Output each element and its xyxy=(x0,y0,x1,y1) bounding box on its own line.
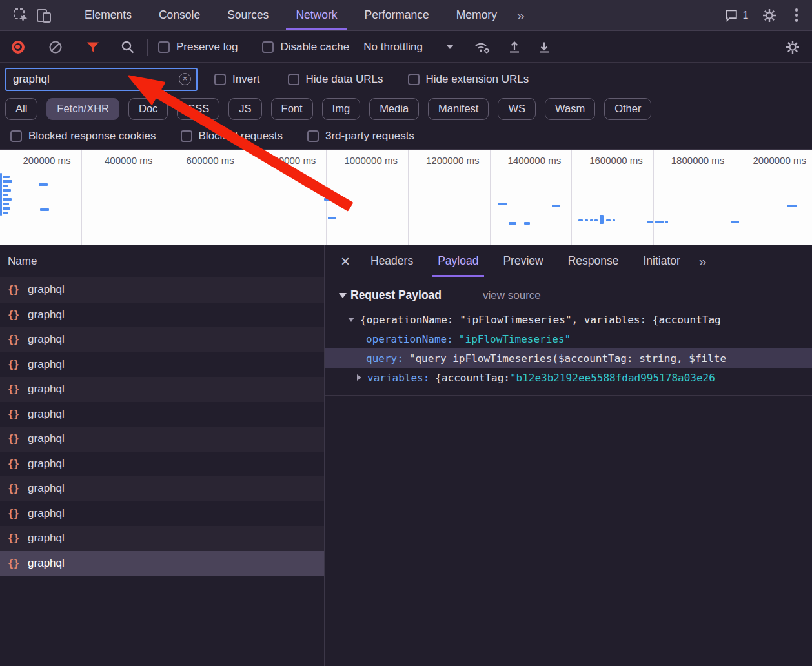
payload-summary-row[interactable]: {operationName: "ipFlowTimeseries", vari… xyxy=(325,310,812,329)
third-party-requests-toggle[interactable]: 3rd-party requests xyxy=(307,130,414,143)
search-icon[interactable] xyxy=(116,35,139,59)
json-braces-icon: {} xyxy=(8,359,19,370)
request-tick xyxy=(3,185,8,187)
clear-network-log-icon[interactable] xyxy=(44,35,67,59)
throttling-dropdown[interactable]: No throttling xyxy=(363,41,454,54)
request-row[interactable]: {}graphql xyxy=(0,501,324,527)
tab-network[interactable]: Network xyxy=(282,0,350,30)
detail-tab-preview[interactable]: Preview xyxy=(491,245,555,277)
payload-tree: {operationName: "ipFlowTimeseries", vari… xyxy=(325,310,812,396)
detail-tab-response[interactable]: Response xyxy=(556,245,631,277)
more-detail-tabs-icon[interactable]: » xyxy=(693,254,713,269)
type-filter-other[interactable]: Other xyxy=(604,98,651,120)
type-filter-css[interactable]: CSS xyxy=(177,98,219,120)
invert-checkbox[interactable] xyxy=(214,74,226,85)
type-filter-img[interactable]: Img xyxy=(322,98,361,120)
network-conditions-icon[interactable] xyxy=(471,35,494,59)
payload-property-row[interactable]: operationName: "ipFlowTimeseries" xyxy=(325,329,812,348)
close-details-icon[interactable]: × xyxy=(332,252,358,270)
clear-filter-icon[interactable]: × xyxy=(179,73,191,85)
detail-tab-initiator[interactable]: Initiator xyxy=(631,245,692,277)
view-source-link[interactable]: view source xyxy=(483,289,541,302)
request-name: graphql xyxy=(28,383,65,396)
collapse-section-icon[interactable] xyxy=(339,293,347,298)
tab-console[interactable]: Console xyxy=(145,0,214,30)
kebab-menu-icon[interactable] xyxy=(790,8,804,22)
request-row[interactable]: {}graphql xyxy=(0,377,324,402)
inspect-element-icon[interactable] xyxy=(9,4,32,27)
request-row[interactable]: {}graphql xyxy=(0,303,324,328)
blocked-response-cookies-toggle[interactable]: Blocked response cookies xyxy=(10,130,156,143)
hide-data-urls-toggle[interactable]: Hide data URLs xyxy=(288,73,383,86)
request-tick xyxy=(655,221,664,223)
chevron-down-icon xyxy=(446,45,454,49)
request-row[interactable]: {}graphql xyxy=(0,327,324,352)
request-tick xyxy=(509,222,516,225)
caret-right-icon[interactable] xyxy=(357,374,361,381)
preserve-log-toggle[interactable]: Preserve log xyxy=(158,41,238,54)
type-filter-wasm[interactable]: Wasm xyxy=(545,98,595,120)
request-tick xyxy=(39,183,48,186)
request-row[interactable]: {}graphql xyxy=(0,551,324,576)
detail-tab-payload[interactable]: Payload xyxy=(425,245,491,277)
blocked-requests-toggle[interactable]: Blocked requests xyxy=(181,130,283,143)
import-har-icon[interactable] xyxy=(503,35,526,59)
request-row[interactable]: {}graphql xyxy=(0,427,324,452)
type-filter-ws[interactable]: WS xyxy=(498,98,536,120)
blocked-response-cookies-checkbox[interactable] xyxy=(10,130,22,142)
console-messages-button[interactable]: 1 xyxy=(724,8,749,23)
network-settings-gear-icon[interactable] xyxy=(781,35,804,59)
request-row[interactable]: {}graphql xyxy=(0,476,324,501)
tab-performance[interactable]: Performance xyxy=(351,0,443,30)
request-row[interactable]: {}graphql xyxy=(0,452,324,477)
export-har-icon[interactable] xyxy=(533,35,556,59)
name-column-header[interactable]: Name xyxy=(0,245,324,278)
caret-down-icon[interactable] xyxy=(348,318,354,322)
request-tick xyxy=(731,221,739,223)
request-row[interactable]: {}graphql xyxy=(0,402,324,427)
timeline-overview[interactable]: 200000 ms400000 ms600000 ms800000 ms1000… xyxy=(0,150,812,245)
network-filter-field[interactable]: × xyxy=(5,68,198,91)
request-tick xyxy=(585,219,588,221)
hide-data-urls-checkbox[interactable] xyxy=(288,74,299,85)
filter-funnel-icon[interactable] xyxy=(81,35,105,59)
payload-property-row-selected[interactable]: query: "query ipFlowTimeseries($accountT… xyxy=(325,348,812,368)
request-payload-section[interactable]: Request Payload view source xyxy=(325,278,812,307)
disable-cache-toggle[interactable]: Disable cache xyxy=(262,41,349,54)
message-bubble-icon xyxy=(724,8,738,23)
type-filter-manifest[interactable]: Manifest xyxy=(428,98,489,120)
type-filter-media[interactable]: Media xyxy=(369,98,419,120)
record-button[interactable] xyxy=(12,41,25,54)
type-filter-fetch-xhr[interactable]: Fetch/XHR xyxy=(46,98,119,120)
settings-gear-icon[interactable] xyxy=(758,4,781,27)
hide-extension-urls-toggle[interactable]: Hide extension URLs xyxy=(408,73,529,86)
type-filter-font[interactable]: Font xyxy=(271,98,313,120)
request-name: graphql xyxy=(28,458,65,470)
tab-elements[interactable]: Elements xyxy=(71,0,145,30)
request-row[interactable]: {}graphql xyxy=(0,526,324,551)
request-row[interactable]: {}graphql xyxy=(0,352,324,378)
blocked-requests-checkbox[interactable] xyxy=(181,130,192,142)
type-filter-js[interactable]: JS xyxy=(228,98,261,120)
request-tick xyxy=(552,205,560,207)
device-toolbar-icon[interactable] xyxy=(32,4,56,27)
tab-memory[interactable]: Memory xyxy=(443,0,511,30)
property-key: operationName: xyxy=(366,333,453,345)
disable-cache-checkbox[interactable] xyxy=(262,41,274,53)
invert-toggle[interactable]: Invert xyxy=(214,73,260,86)
request-name: graphql xyxy=(28,408,65,421)
third-party-requests-label: 3rd-party requests xyxy=(325,130,414,143)
tab-sources[interactable]: Sources xyxy=(214,0,282,30)
payload-property-row[interactable]: variables: {accountTag: "b12e3b2192ee558… xyxy=(325,368,812,387)
network-toolbar: Preserve log Disable cache No throttling xyxy=(0,32,812,63)
filter-input[interactable] xyxy=(13,73,179,86)
detail-tab-headers[interactable]: Headers xyxy=(358,245,425,277)
hide-extension-urls-checkbox[interactable] xyxy=(408,74,420,85)
third-party-requests-checkbox[interactable] xyxy=(307,130,319,142)
request-row[interactable]: {}graphql xyxy=(0,278,324,303)
type-filter-all[interactable]: All xyxy=(5,98,37,120)
type-filter-doc[interactable]: Doc xyxy=(128,98,168,120)
preserve-log-checkbox[interactable] xyxy=(158,41,170,53)
request-tick xyxy=(3,189,11,192)
more-tabs-icon[interactable]: » xyxy=(511,8,531,23)
